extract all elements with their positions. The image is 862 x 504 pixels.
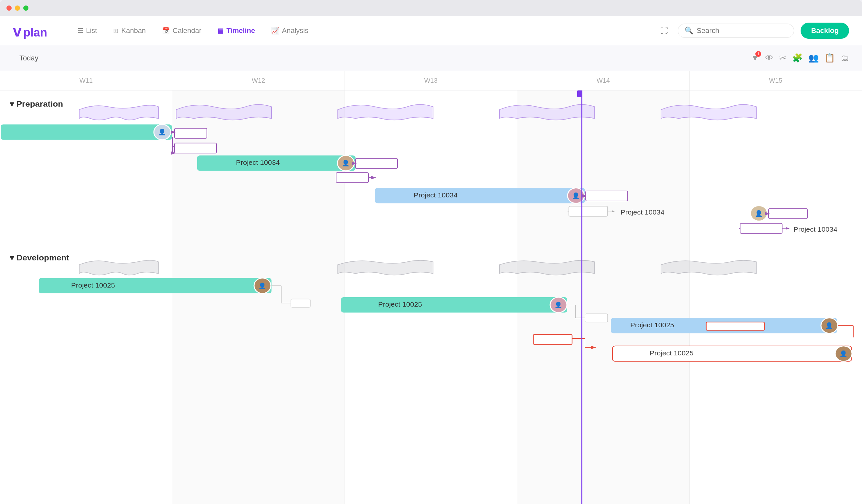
calendar-icon: 📅 [162,27,170,35]
today-button[interactable]: Today [13,54,45,62]
week-w14: W14 [517,71,689,90]
week-w13: W13 [345,71,517,90]
svg-text:plan: plan [23,26,47,39]
nav-calendar[interactable]: 📅 Calendar [155,23,208,38]
timeline-body: ▾ Preparation 👤 [0,91,862,504]
col-w12 [172,91,344,504]
header-right: ⛶ 🔍 Backlog [657,23,849,39]
layers-icon[interactable]: 🗂 [841,53,849,63]
week-w12: W12 [172,71,344,90]
timeline-grid [0,91,862,504]
header: v plan ☰ List ⊞ Kanban 📅 Calendar ▤ Time… [0,16,862,45]
nav: ☰ List ⊞ Kanban 📅 Calendar ▤ Timeline 📈 … [71,23,657,38]
toolbar: Today ▼ 👁 ✂ 🧩 👥 📋 🗂 [0,45,862,71]
col-w15 [690,91,862,504]
nav-timeline[interactable]: ▤ Timeline [211,23,261,38]
nav-analysis[interactable]: 📈 Analysis [265,23,315,38]
puzzle-icon[interactable]: 🧩 [792,53,802,63]
toolbar-icons: ▼ 👁 ✂ 🧩 👥 📋 🗂 [751,53,849,63]
close-dot[interactable] [6,5,12,11]
kanban-icon: ⊞ [113,27,119,35]
col-w11 [0,91,172,504]
analysis-icon: 📈 [271,27,279,35]
minimize-dot[interactable] [15,5,20,11]
main-content: W11 W12 W13 W14 W15 ▾ Preparation [0,71,862,504]
filter-icon[interactable]: ▼ [751,53,759,63]
week-w11: W11 [0,71,172,90]
search-box: 🔍 [678,24,794,38]
fullscreen-button[interactable]: ⛶ [657,24,671,38]
col-w13 [345,91,517,504]
list-icon: ☰ [78,27,83,35]
eye-icon[interactable]: 👁 [765,53,773,63]
logo: v plan [13,21,52,40]
col-w14 [517,91,689,504]
people-icon[interactable]: 👥 [808,53,819,63]
search-input[interactable] [696,26,787,35]
nav-kanban[interactable]: ⊞ Kanban [107,23,152,38]
backlog-button[interactable]: Backlog [800,23,849,39]
nav-list[interactable]: ☰ List [71,23,103,38]
list-icon[interactable]: 📋 [824,53,835,63]
scissors-icon[interactable]: ✂ [779,53,786,63]
search-icon: 🔍 [684,26,693,35]
timeline-header: W11 W12 W13 W14 W15 [0,71,862,91]
svg-text:v: v [13,23,22,40]
timeline-icon: ▤ [218,27,224,35]
title-bar [0,0,862,16]
week-w15: W15 [690,71,862,90]
maximize-dot[interactable] [23,5,28,11]
app-window: v plan ☰ List ⊞ Kanban 📅 Calendar ▤ Time… [0,0,862,504]
